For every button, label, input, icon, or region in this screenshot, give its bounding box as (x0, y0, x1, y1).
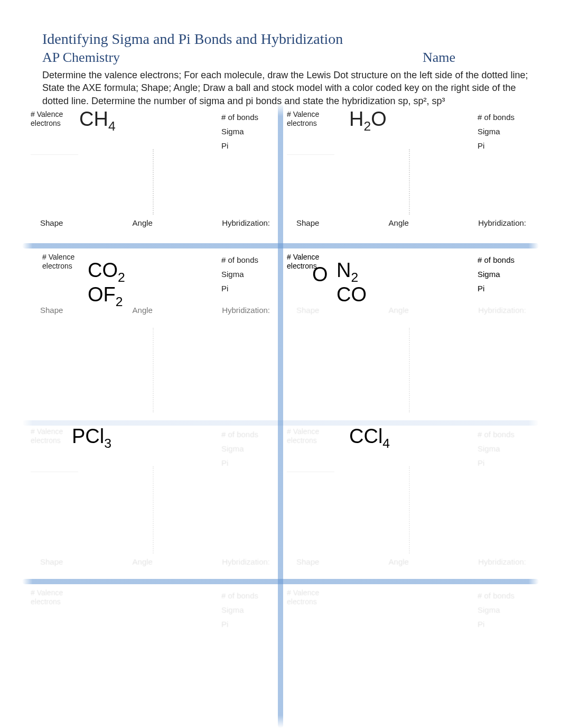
hybridization-label: Hybridization: (222, 306, 270, 315)
subtitle-row: AP Chemistry Name (42, 50, 540, 66)
dotted-divider (153, 328, 154, 412)
cell-top-row: # Valence electrons # of bonds Sigma Pi (280, 106, 537, 155)
dotted-divider (153, 149, 154, 215)
molecule-formula: H2O (349, 108, 387, 134)
bonds-label: # of bonds Sigma Pi (221, 110, 274, 153)
cell-bottom-row: Shape Angle Hybridization: (24, 306, 280, 319)
horizontal-divider (22, 243, 539, 248)
worksheet-grid: # Valence electrons # of bonds Sigma Pi … (24, 106, 537, 728)
cell-top-row: # Valence electrons # of bonds Sigma Pi (280, 423, 537, 472)
hybridization-label: Hybridization: (222, 218, 270, 227)
cell-co2-of2: # Valence electrons # of bonds Sigma Pi … (24, 248, 280, 423)
dotted-divider (409, 328, 410, 412)
valence-label: # Valence electrons (31, 427, 78, 472)
cell-bottom-row: Shape Angle Hybridization: (280, 306, 537, 319)
cell-ccl4: # Valence electrons # of bonds Sigma Pi … (280, 423, 537, 579)
cell-top-row: # Valence electrons # of bonds Sigma Pi (280, 584, 537, 631)
dotted-divider (409, 466, 410, 554)
shape-label: Shape (296, 557, 319, 566)
hybridization-label: Hybridization: (478, 306, 526, 315)
bonds-label: # of bonds Sigma Pi (478, 588, 530, 631)
shape-label: Shape (40, 557, 63, 566)
angle-label: Angle (389, 306, 409, 315)
cell-h2o: # Valence electrons # of bonds Sigma Pi … (280, 106, 537, 243)
bonds-label: # of bonds Sigma Pi (221, 427, 274, 470)
angle-label: Angle (389, 218, 409, 227)
molecule-formula: PCl3 (72, 425, 111, 451)
molecule-formula: CH4 (79, 108, 116, 134)
cell-top-row: # Valence electrons # of bonds Sigma Pi (24, 584, 280, 631)
valence-label: # Valence electrons (42, 253, 90, 271)
cell-bottom-row: Shape Angle Hybridization: (24, 218, 280, 232)
valence-label: # Valence electrons (287, 588, 334, 606)
worksheet-header: Identifying Sigma and Pi Bonds and Hybri… (21, 31, 540, 107)
cell-ghost-right: # Valence electrons # of bonds Sigma Pi (280, 584, 537, 669)
angle-label: Angle (133, 306, 153, 315)
shape-label: Shape (40, 306, 63, 315)
molecule-formula: CO (336, 283, 367, 306)
angle-label: Angle (133, 218, 153, 227)
cell-top-row: # Valence electrons # of bonds Sigma Pi (24, 423, 280, 472)
cell-ghost-left: # Valence electrons # of bonds Sigma Pi (24, 584, 280, 669)
dotted-divider (153, 466, 154, 554)
valence-label: # Valence electrons (287, 110, 334, 155)
valence-label: # Valence electrons (287, 427, 334, 472)
cell-bottom-row: Shape Angle Hybridization: (280, 557, 537, 570)
course-label: AP Chemistry (42, 50, 120, 66)
bonds-label: # of bonds Sigma Pi (478, 110, 530, 153)
cell-bottom-row: Shape Angle Hybridization: (280, 218, 537, 232)
horizontal-divider (22, 579, 539, 584)
cell-top-row: # Valence electrons # of bonds Sigma Pi (24, 106, 280, 155)
angle-label: Angle (133, 557, 153, 566)
valence-label: # Valence electrons (31, 588, 78, 606)
instructions-text: Determine the valence electrons; For eac… (42, 69, 540, 107)
cell-n2-co: # Valence electrons # of bonds Sigma Pi … (280, 248, 537, 423)
name-label: Name (423, 50, 455, 66)
cell-ch4: # Valence electrons # of bonds Sigma Pi … (24, 106, 280, 243)
page-title: Identifying Sigma and Pi Bonds and Hybri… (42, 31, 540, 48)
molecule-formula: CCl4 (349, 425, 390, 451)
shape-label: Shape (296, 218, 319, 227)
hybridization-label: Hybridization: (222, 557, 270, 566)
molecule-formula: CO2 (88, 259, 125, 285)
cell-bottom-row: Shape Angle Hybridization: (24, 557, 280, 570)
angle-label: Angle (389, 557, 409, 566)
bonds-label: # of bonds Sigma Pi (478, 427, 530, 470)
molecule-formula: N2 (336, 259, 358, 285)
hybridization-label: Hybridization: (478, 557, 526, 566)
valence-label: # Valence electrons (31, 110, 78, 155)
dotted-divider (409, 149, 410, 215)
bonds-label: # of bonds Sigma Pi (221, 588, 274, 631)
shape-label: Shape (296, 306, 319, 315)
cell-pcl3: # Valence electrons # of bonds Sigma Pi … (24, 423, 280, 579)
shape-label: Shape (40, 218, 63, 227)
hybridization-label: Hybridization: (478, 218, 526, 227)
bonds-label: # of bonds Sigma Pi (221, 253, 274, 296)
bonds-label: # of bonds Sigma Pi (478, 253, 530, 296)
cell-top-row: # Valence electrons # of bonds Sigma Pi (24, 248, 280, 296)
overlay-o: O (312, 263, 328, 286)
